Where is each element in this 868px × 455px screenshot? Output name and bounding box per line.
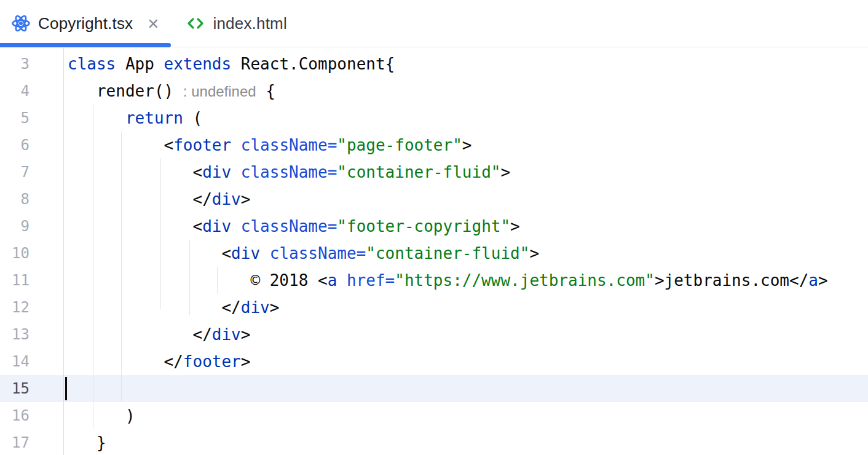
line-number[interactable]: 17	[0, 429, 30, 455]
code-token: "page-footer"	[337, 136, 462, 154]
code-token: >	[500, 163, 510, 181]
tab-index-html[interactable]: index.html	[171, 0, 298, 47]
code-line[interactable]: class App extends React.Component{	[64, 50, 868, 77]
code-token: div	[212, 190, 241, 208]
code-line[interactable]: <div className="container-fluid">	[64, 159, 868, 186]
code-line[interactable]: </div>	[64, 294, 868, 321]
line-number[interactable]: 11	[0, 267, 30, 294]
line-number[interactable]: 3	[0, 50, 30, 77]
code-line[interactable]: </footer>	[64, 348, 868, 375]
code-line[interactable]: )	[64, 402, 868, 429]
code-token	[231, 163, 241, 181]
code-line[interactable]	[64, 375, 868, 402]
code-line[interactable]: © 2018 <a href="https://www.jetbrains.co…	[64, 267, 868, 294]
line-number[interactable]: 14	[0, 348, 30, 375]
code-token: React.Component{	[231, 55, 395, 73]
code-token	[231, 136, 241, 154]
code-line[interactable]: <div className="container-fluid">	[64, 240, 868, 267]
code-token: div	[231, 244, 260, 263]
code-token: "container-fluid"	[337, 163, 500, 181]
code-token: class	[68, 55, 116, 73]
code-token: >	[241, 325, 251, 344]
tab-label: index.html	[213, 14, 287, 33]
text-caret	[65, 377, 67, 400]
code-line[interactable]: <div className="footer-copyright">	[64, 213, 868, 240]
code-token: <	[68, 244, 231, 263]
code-token: return	[125, 109, 183, 127]
code-token: div	[202, 217, 231, 235]
code-line[interactable]: }	[64, 429, 868, 455]
code-token: div	[202, 163, 231, 181]
code-line[interactable]: return (	[64, 105, 868, 132]
tab-label: Copyright.tsx	[38, 14, 133, 33]
code-token: className=	[241, 136, 337, 154]
code-token: "container-fluid"	[366, 244, 529, 263]
code-token	[337, 271, 347, 290]
code-token: </	[68, 298, 241, 317]
line-number[interactable]: 7	[0, 159, 30, 186]
code-token: className=	[270, 244, 366, 263]
code-token: className=	[241, 163, 337, 181]
code-token: </	[68, 325, 212, 344]
code-token: )	[68, 406, 135, 425]
code-area[interactable]: class App extends React.Component{ rende…	[64, 50, 868, 455]
code-token: App	[116, 55, 164, 73]
line-number[interactable]: 8	[0, 186, 30, 213]
tab-copyright-tsx[interactable]: Copyright.tsx ×	[0, 0, 171, 47]
code-token: "footer-copyright"	[337, 217, 510, 235]
code-token: extends	[164, 55, 232, 73]
line-number[interactable]: 15	[0, 375, 30, 402]
code-token: <	[68, 163, 202, 181]
react-icon	[11, 14, 31, 33]
code-token: (	[183, 109, 202, 127]
code-token: className=	[241, 217, 337, 235]
line-number-gutter[interactable]: 34567891011121314151617	[0, 50, 63, 455]
code-token: </	[68, 352, 183, 371]
line-number[interactable]: 9	[0, 213, 30, 240]
code-token: a	[808, 271, 818, 290]
code-token	[231, 217, 241, 235]
code-token: }	[68, 433, 106, 452]
line-number[interactable]: 4	[0, 77, 30, 105]
code-token: >	[529, 244, 539, 263]
code-line[interactable]: <footer className="page-footer">	[64, 132, 868, 159]
code-line[interactable]: </div>	[64, 186, 868, 213]
code-token: div	[212, 325, 241, 344]
code-line[interactable]: </div>	[64, 321, 868, 348]
code-token	[260, 244, 270, 263]
line-number[interactable]: 13	[0, 321, 30, 348]
code-token: >	[241, 352, 251, 371]
code-line[interactable]: render() : undefined {	[64, 77, 868, 105]
code-token: © 2018 <	[68, 271, 328, 290]
code-token: {	[256, 82, 275, 100]
code-token: >	[462, 136, 472, 154]
type-hint-inlay: : undefined	[183, 83, 256, 100]
code-token: </	[68, 190, 212, 208]
code-token: footer	[183, 352, 241, 371]
html-file-icon	[186, 14, 205, 33]
code-token: <	[68, 217, 202, 235]
line-number[interactable]: 5	[0, 105, 30, 132]
code-editor[interactable]: 34567891011121314151617 class App extend…	[0, 48, 868, 455]
line-number[interactable]: 16	[0, 402, 30, 429]
code-token: footer	[173, 136, 231, 154]
code-token: >	[818, 271, 828, 290]
code-token: >jetbrains.com</	[655, 271, 808, 290]
code-token: href=	[347, 271, 395, 290]
code-token: >	[510, 217, 520, 235]
code-token: <	[68, 136, 173, 154]
code-token	[68, 109, 125, 127]
active-tab-indicator	[0, 43, 171, 47]
code-token: >	[270, 298, 280, 317]
line-number[interactable]: 6	[0, 132, 30, 159]
code-token: render()	[68, 82, 183, 100]
line-number[interactable]: 12	[0, 294, 30, 321]
code-token: div	[241, 298, 270, 317]
code-token: a	[328, 271, 337, 290]
code-token: "https://www.jetbrains.com"	[395, 271, 655, 290]
line-number[interactable]: 10	[0, 240, 30, 267]
close-icon[interactable]: ×	[146, 14, 160, 33]
code-token: >	[241, 190, 251, 208]
editor-tab-bar: Copyright.tsx × index.html	[0, 0, 868, 47]
